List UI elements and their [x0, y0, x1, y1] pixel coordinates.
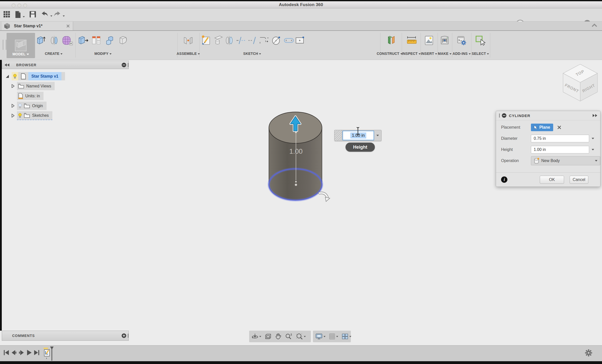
- tree-row-units[interactable]: Units: in: [17, 92, 44, 100]
- collapse-panel-icon[interactable]: [5, 63, 10, 66]
- tree-label[interactable]: Origin: [32, 104, 43, 108]
- clear-selection-icon[interactable]: [557, 125, 561, 129]
- diameter-row: Diameter: [501, 134, 600, 143]
- grid-settings[interactable]: [329, 333, 338, 339]
- cylinder-dialog-header[interactable]: CYLINDER: [496, 111, 600, 120]
- tree-row-origin[interactable]: Origin: [12, 102, 47, 110]
- sketch-mirror-icon[interactable]: [224, 35, 235, 46]
- visibility-bulb-off-icon[interactable]: [18, 103, 22, 108]
- operation-select[interactable]: New Body: [531, 156, 600, 165]
- slot-icon[interactable]: [283, 35, 294, 46]
- fillet-icon[interactable]: [118, 35, 129, 46]
- comments-panel-header[interactable]: COMMENTS: [2, 331, 129, 341]
- ribbon-divider: [35, 33, 35, 58]
- appearance-icon[interactable]: [91, 35, 102, 46]
- zoom-window-button[interactable]: [23, 4, 27, 7]
- extend-icon[interactable]: [247, 35, 259, 46]
- close-window-button[interactable]: [12, 4, 15, 7]
- press-pull-icon[interactable]: [77, 35, 89, 46]
- expand-closed-icon[interactable]: [12, 84, 14, 88]
- panel-minus-icon[interactable]: [122, 63, 126, 67]
- create-sketch-icon[interactable]: [201, 35, 212, 46]
- ok-button[interactable]: OK: [540, 176, 564, 184]
- close-tab-icon[interactable]: [66, 24, 70, 28]
- sketch-menu[interactable]: SKETCH: [237, 52, 267, 56]
- joint-icon[interactable]: [183, 35, 194, 46]
- select-menu[interactable]: SELECT: [465, 52, 496, 56]
- circle-diameter-icon[interactable]: [271, 35, 282, 46]
- timeline-go-to-start-icon[interactable]: [4, 350, 9, 356]
- construct-plane-icon[interactable]: [386, 35, 397, 46]
- rectangle-icon[interactable]: [294, 35, 305, 46]
- save-icon[interactable]: [30, 11, 36, 18]
- inspect-measure-icon[interactable]: [406, 35, 417, 46]
- settings-gear-icon[interactable]: [585, 349, 592, 357]
- plane-select-button[interactable]: Plane: [531, 124, 553, 131]
- tree-label[interactable]: Named Views: [26, 84, 51, 88]
- visibility-bulb-icon[interactable]: [18, 113, 22, 118]
- tree-row-named-views[interactable]: Named Views: [12, 82, 55, 90]
- timeline-play-icon[interactable]: [26, 350, 32, 356]
- create-menu[interactable]: CREATE: [38, 52, 69, 56]
- tab-label: Star Stamp v1*: [14, 24, 42, 28]
- dialog-minus-icon[interactable]: [502, 113, 506, 118]
- redo-icon[interactable]: [54, 11, 65, 18]
- app-grid-menu-icon[interactable]: [4, 11, 10, 19]
- diameter-input[interactable]: [531, 135, 589, 142]
- insert-image-icon[interactable]: [423, 35, 435, 46]
- form-icon[interactable]: [61, 35, 73, 46]
- document-tab[interactable]: Star Stamp v1*: [2, 21, 73, 30]
- dialog-expand-icon[interactable]: [593, 114, 597, 117]
- timeline-position-marker[interactable]: [50, 346, 54, 361]
- folder-icon: [24, 103, 30, 108]
- project-geometry-icon[interactable]: [212, 35, 223, 46]
- extrude-icon[interactable]: [35, 35, 47, 46]
- assemble-menu[interactable]: ASSEMBLE: [173, 52, 203, 56]
- sketch-fillet-icon[interactable]: [259, 35, 270, 46]
- pan-tool[interactable]: [275, 333, 282, 340]
- minimize-window-button[interactable]: [17, 4, 21, 7]
- browser-panel-header[interactable]: BROWSER: [2, 61, 129, 69]
- trim-icon[interactable]: [235, 35, 247, 46]
- input-dropdown-icon[interactable]: [374, 130, 381, 141]
- dialog-height-input[interactable]: [531, 146, 589, 153]
- zoom-window-tool[interactable]: [296, 333, 306, 340]
- document-tab-bar: Star Stamp v1*: [0, 21, 602, 31]
- expand-closed-icon[interactable]: [12, 114, 14, 118]
- height-dropdown-icon[interactable]: [592, 149, 594, 150]
- tree-row-sketches[interactable]: Sketches: [12, 111, 52, 120]
- undo-icon[interactable]: [41, 11, 52, 18]
- diameter-dropdown-icon[interactable]: [592, 138, 594, 139]
- input-drag-handle[interactable]: [335, 130, 342, 141]
- timeline-step-forward-icon[interactable]: [19, 350, 24, 356]
- viewports-settings[interactable]: [342, 333, 351, 339]
- rotate-arrow-icon[interactable]: [318, 190, 331, 203]
- zoom-tool[interactable]: [285, 333, 292, 340]
- timeline-step-back-icon[interactable]: [11, 350, 17, 356]
- revolve-icon[interactable]: [49, 35, 60, 46]
- cancel-button[interactable]: Cancel: [570, 176, 588, 184]
- expand-closed-icon[interactable]: [12, 104, 14, 108]
- tree-label-root[interactable]: Star Stamp v1: [28, 72, 61, 80]
- chevron-up-icon[interactable]: [591, 24, 597, 27]
- timeline-go-to-end-icon[interactable]: [34, 350, 39, 356]
- tree-label[interactable]: Sketches: [32, 113, 49, 118]
- visibility-bulb-icon[interactable]: [13, 74, 17, 79]
- modify-menu[interactable]: MODIFY: [88, 52, 118, 56]
- tree-label[interactable]: Units: in: [25, 94, 40, 98]
- tree-row-root[interactable]: Star Stamp v1: [6, 72, 65, 80]
- orbit-tool[interactable]: [252, 333, 261, 340]
- workspace-switcher[interactable]: MODEL: [7, 33, 35, 58]
- make-3d-print-icon[interactable]: [439, 35, 450, 46]
- add-ins-icon[interactable]: [456, 35, 467, 46]
- display-settings[interactable]: [315, 333, 326, 339]
- look-at-tool[interactable]: [265, 334, 271, 339]
- expand-open-icon[interactable]: [6, 75, 9, 78]
- add-comment-icon[interactable]: [122, 333, 126, 338]
- file-menu-icon[interactable]: [15, 11, 25, 19]
- select-icon[interactable]: [475, 35, 486, 46]
- view-cube[interactable]: TOP FRONT RIGHT: [560, 61, 601, 103]
- combine-icon[interactable]: [104, 35, 116, 46]
- info-icon[interactable]: i: [501, 176, 507, 183]
- diameter-label: Diameter: [501, 136, 531, 141]
